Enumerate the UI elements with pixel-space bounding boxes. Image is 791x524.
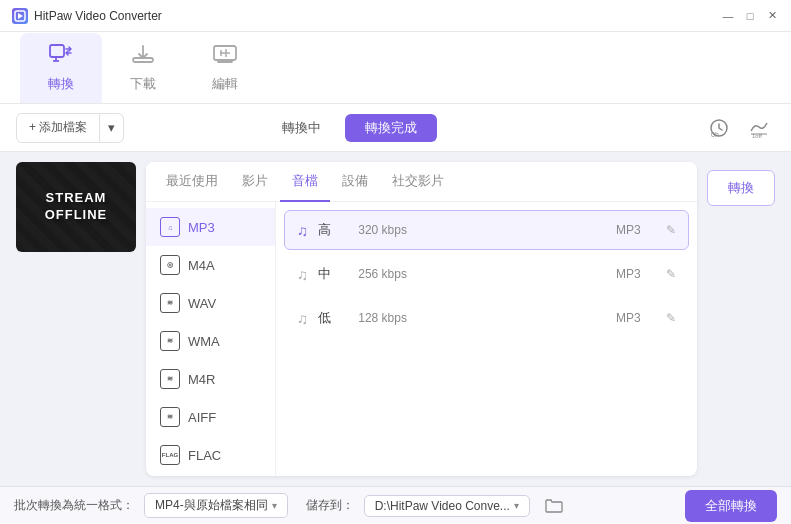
quality-kbps-high: 320 kbps [358, 223, 606, 237]
format-tab-device[interactable]: 設備 [330, 162, 380, 202]
content-area: STREAM OFFLINE 最近使用 影片 音檔 設備 社交影片 [0, 152, 791, 486]
save-path-arrow: ▾ [514, 500, 519, 511]
aiff-icon: ≋ [160, 407, 180, 427]
format-item-wma[interactable]: ≋ WMA [146, 322, 275, 360]
folder-open-button[interactable] [540, 492, 568, 520]
convert-icon [48, 43, 74, 71]
maximize-button[interactable]: □ [743, 9, 757, 23]
quality-item-mid[interactable]: ♫ 中 256 kbps MP3 ✎ [284, 254, 689, 294]
m4r-icon: ≋ [160, 369, 180, 389]
quality-label-mid: 中 [318, 265, 348, 283]
title-bar-controls: — □ ✕ [721, 9, 779, 23]
title-bar-left: HitPaw Video Converter [12, 8, 162, 24]
save-path-value: D:\HitPaw Video Conve... [375, 499, 510, 513]
toolbar-tabs: 轉換中 轉換完成 [262, 114, 437, 142]
quality-list: ♫ 高 320 kbps MP3 ✎ ♫ 中 256 kbps MP3 ✎ ♫ … [276, 202, 697, 476]
format-content: ♫ MP3 ◎ M4A ≋ WAV ≋ WMA ≋ M4R [146, 202, 697, 476]
minimize-button[interactable]: — [721, 9, 735, 23]
bottom-bar: 批次轉換為統一格式： MP4-與原始檔案相同 ▾ 儲存到： D:\HitPaw … [0, 486, 791, 524]
svg-rect-3 [133, 58, 153, 62]
speed-button[interactable]: 1off [743, 112, 775, 144]
format-tabs: 最近使用 影片 音檔 設備 社交影片 [146, 162, 697, 202]
add-file-button[interactable]: + 添加檔案 ▾ [16, 113, 124, 143]
format-list: ♫ MP3 ◎ M4A ≋ WAV ≋ WMA ≋ M4R [146, 202, 276, 476]
flac-icon: FLAG [160, 445, 180, 465]
format-tab-video[interactable]: 影片 [230, 162, 280, 202]
toolbar: + 添加檔案 ▾ 轉換中 轉換完成 0h 1off [0, 104, 791, 152]
nav-tab-download[interactable]: 下載 [102, 35, 184, 103]
app-title: HitPaw Video Converter [34, 9, 162, 23]
mp3-icon: ♫ [160, 217, 180, 237]
format-tab-social[interactable]: 社交影片 [380, 162, 456, 202]
format-tab-audio[interactable]: 音檔 [280, 162, 330, 202]
tab-converting[interactable]: 轉換中 [262, 114, 341, 142]
convert-button[interactable]: 轉換 [707, 170, 775, 206]
batch-format-arrow: ▾ [272, 500, 277, 511]
quality-note-icon-high: ♫ [297, 222, 308, 239]
quality-format-mid: MP3 [616, 267, 656, 281]
convert-all-button[interactable]: 全部轉換 [685, 490, 777, 522]
quality-edit-low[interactable]: ✎ [666, 311, 676, 325]
hardware-accel-button[interactable]: 0h [703, 112, 735, 144]
format-label-flac: FLAC [188, 448, 221, 463]
format-panel: 最近使用 影片 音檔 設備 社交影片 ♫ MP3 [146, 162, 697, 476]
m4a-icon: ◎ [160, 255, 180, 275]
quality-kbps-mid: 256 kbps [358, 267, 606, 281]
format-label-m4a: M4A [188, 258, 215, 273]
close-button[interactable]: ✕ [765, 9, 779, 23]
quality-label-low: 低 [318, 309, 348, 327]
quality-note-icon-mid: ♫ [297, 266, 308, 283]
quality-kbps-low: 128 kbps [358, 311, 606, 325]
format-label-mp3: MP3 [188, 220, 215, 235]
format-item-m4a[interactable]: ◎ M4A [146, 246, 275, 284]
thumbnail-overlay [16, 162, 136, 252]
main-nav: 轉換 下載 編輯 [0, 32, 791, 104]
quality-note-icon-low: ♫ [297, 310, 308, 327]
title-bar: HitPaw Video Converter — □ ✕ [0, 0, 791, 32]
convert-button-area: 轉換 [707, 162, 775, 476]
nav-tab-edit[interactable]: 編輯 [184, 35, 266, 103]
format-label-aiff: AIFF [188, 410, 216, 425]
add-file-label: + 添加檔案 [29, 119, 87, 136]
video-thumbnail: STREAM OFFLINE [16, 162, 136, 252]
app-icon [12, 8, 28, 24]
nav-tab-download-label: 下載 [130, 75, 156, 93]
edit-icon [212, 43, 238, 71]
format-item-mp3[interactable]: ♫ MP3 [146, 208, 275, 246]
nav-tab-edit-label: 編輯 [212, 75, 238, 93]
svg-text:1off: 1off [752, 133, 762, 139]
format-item-wav[interactable]: ≋ WAV [146, 284, 275, 322]
svg-marker-1 [18, 13, 23, 19]
format-item-m4r[interactable]: ≋ M4R [146, 360, 275, 398]
quality-item-low[interactable]: ♫ 低 128 kbps MP3 ✎ [284, 298, 689, 338]
add-file-main[interactable]: + 添加檔案 [17, 114, 100, 142]
quality-edit-mid[interactable]: ✎ [666, 267, 676, 281]
format-label-wav: WAV [188, 296, 216, 311]
svg-text:0h: 0h [711, 131, 719, 138]
batch-format-value: MP4-與原始檔案相同 [155, 497, 268, 514]
quality-item-high[interactable]: ♫ 高 320 kbps MP3 ✎ [284, 210, 689, 250]
quality-edit-high[interactable]: ✎ [666, 223, 676, 237]
download-icon [130, 43, 156, 71]
format-item-flac[interactable]: FLAG FLAC [146, 436, 275, 474]
toolbar-right: 0h 1off [703, 112, 775, 144]
nav-tab-convert[interactable]: 轉換 [20, 33, 102, 103]
format-label-m4r: M4R [188, 372, 215, 387]
add-file-dropdown-arrow[interactable]: ▾ [100, 114, 123, 142]
save-to-label: 儲存到： [306, 497, 354, 514]
wav-icon: ≋ [160, 293, 180, 313]
svg-rect-2 [50, 45, 64, 57]
batch-format-label: 批次轉換為統一格式： [14, 497, 134, 514]
save-path-display[interactable]: D:\HitPaw Video Conve... ▾ [364, 495, 530, 517]
tab-converted[interactable]: 轉換完成 [345, 114, 437, 142]
format-item-aiff[interactable]: ≋ AIFF [146, 398, 275, 436]
format-tab-recent[interactable]: 最近使用 [154, 162, 230, 202]
format-item-ac3[interactable]: ≋ AC3 [146, 474, 275, 476]
wma-icon: ≋ [160, 331, 180, 351]
quality-label-high: 高 [318, 221, 348, 239]
quality-format-low: MP3 [616, 311, 656, 325]
nav-tab-convert-label: 轉換 [48, 75, 74, 93]
batch-format-select[interactable]: MP4-與原始檔案相同 ▾ [144, 493, 288, 518]
quality-format-high: MP3 [616, 223, 656, 237]
format-label-wma: WMA [188, 334, 220, 349]
